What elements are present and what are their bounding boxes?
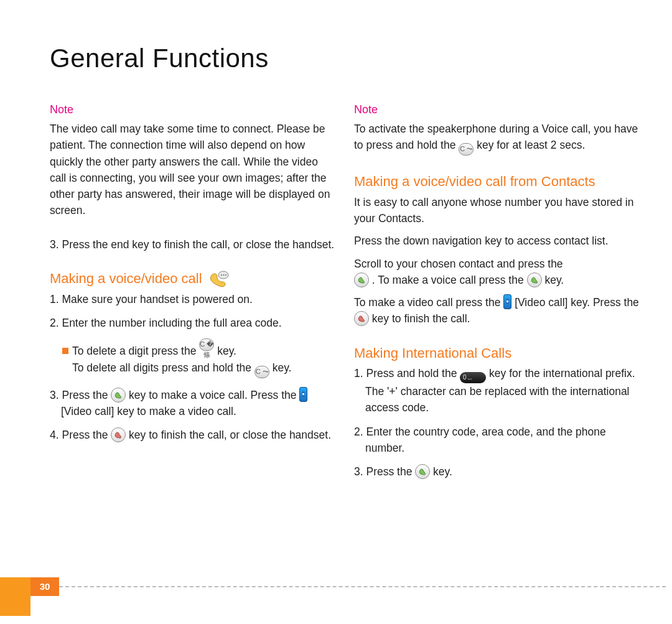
- send-key-icon: [111, 388, 126, 403]
- contacts-p3: Scroll to your chosen contact and press …: [354, 256, 641, 289]
- intl-step-1: 1. Press and hold the 0 ⎵ key for the in…: [354, 365, 641, 416]
- note-body: The video call may take some time to con…: [50, 121, 337, 219]
- bullet-text-a: To delete a digit press the: [72, 345, 199, 357]
- end-key-icon: [111, 427, 126, 442]
- t: To make a video call press the: [354, 296, 503, 309]
- video-call-key-icon: [299, 387, 307, 402]
- t: key to finish the call.: [369, 312, 470, 325]
- t: Scroll to your chosen contact and press …: [354, 258, 563, 270]
- footer-dashed-line: [59, 586, 666, 587]
- step-1: 1. Make sure your handset is powered on.: [50, 291, 337, 307]
- heading-text: Making a voice/video call: [50, 271, 202, 286]
- t: key.: [542, 274, 564, 286]
- intl-step-2: 2. Enter the country code, area code, an…: [354, 424, 641, 457]
- contacts-p4: To make a video call press the [Video ca…: [354, 294, 641, 327]
- t: 1. Press and hold the: [354, 367, 460, 380]
- two-column-layout: Note The video call may take some time t…: [50, 101, 641, 487]
- send-key-icon: [415, 464, 430, 479]
- phone-call-icon: [208, 270, 230, 287]
- t: key for at least 2 secs.: [474, 139, 585, 151]
- t: 3. Press the: [50, 389, 111, 401]
- send-key-icon: [354, 272, 369, 287]
- voice-video-steps-cont: 3. Press the key to make a voice call. P…: [50, 387, 337, 444]
- contacts-p1: It is easy to call anyone whose number y…: [354, 194, 641, 227]
- t: 3. Press the: [354, 465, 415, 478]
- svg-point-3: [225, 274, 226, 276]
- right-column: Note To activate the speakerphone during…: [354, 101, 641, 487]
- video-call-key-icon: [503, 294, 511, 309]
- manual-page: General Functions Note The video call ma…: [0, 0, 672, 624]
- heading-call-from-contacts: Making a voice/video call from Contacts: [354, 173, 641, 190]
- step-2: 2. Enter the number including the full a…: [50, 315, 337, 331]
- t: [Video call] key to make a video call.: [61, 405, 236, 417]
- delete-digit-note: To delete a digit press the C �條 key. To…: [50, 338, 337, 378]
- page-footer: 30: [0, 577, 672, 596]
- contacts-p2: Press the down navigation key to access …: [354, 233, 641, 249]
- step-4: 4. Press the key to finish the call, or …: [50, 427, 337, 443]
- clear-key-icon: C �條: [199, 338, 214, 351]
- step-3: 3. Press the key to make a voice call. P…: [50, 387, 337, 420]
- square-bullet-icon: [62, 348, 68, 354]
- t: [Video call] key. Press the: [511, 296, 639, 309]
- note-label: Note: [50, 101, 337, 118]
- bullet-text-b2: key.: [269, 361, 292, 374]
- heading-voice-video-call: Making a voice/video call: [50, 270, 337, 287]
- note-speakerphone: To activate the speakerphone during a Vo…: [354, 121, 641, 156]
- side-tab: [0, 577, 30, 616]
- svg-point-2: [223, 274, 224, 276]
- send-key-icon: [527, 272, 542, 287]
- t: key to finish the call, or close the han…: [126, 429, 331, 441]
- t: key.: [430, 465, 452, 478]
- page-title: General Functions: [50, 44, 641, 73]
- step-3-endcall: 3. Press the end key to finish the call,…: [50, 236, 337, 253]
- bullet-text-a2: key.: [214, 345, 236, 357]
- svg-point-1: [221, 274, 222, 276]
- end-key-icon: [354, 311, 369, 326]
- international-steps: 1. Press and hold the 0 ⎵ key for the in…: [354, 365, 641, 480]
- voice-video-steps: 1. Make sure your handset is powered on.…: [50, 291, 337, 332]
- intl-step-3: 3. Press the key.: [354, 463, 641, 480]
- clear-key-icon: C ⤳: [459, 143, 474, 156]
- zero-plus-key-icon: 0 ⎵: [460, 372, 486, 383]
- heading-international-calls: Making International Calls: [354, 345, 641, 362]
- left-column: Note The video call may take some time t…: [50, 101, 337, 487]
- note-label: Note: [354, 101, 641, 118]
- t: . To make a voice call press the: [369, 274, 527, 286]
- page-number: 30: [30, 577, 59, 596]
- clear-key-icon: C ⤳: [254, 366, 269, 378]
- t: 4. Press the: [50, 429, 111, 441]
- t: key to make a voice call. Press the: [126, 389, 299, 401]
- bullet-text-b: To delete all digits press and hold the: [72, 361, 254, 374]
